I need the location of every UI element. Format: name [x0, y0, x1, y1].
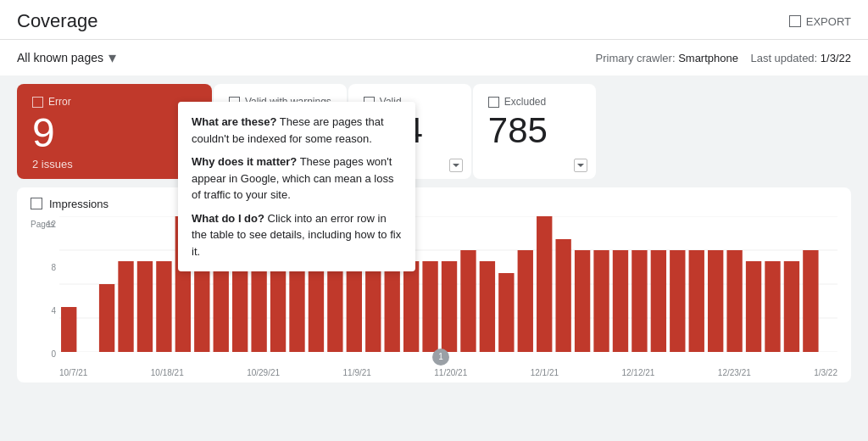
- valid-expand-icon[interactable]: [449, 159, 463, 172]
- pages-label: Pages: [31, 220, 54, 229]
- impressions-checkbox-icon: [31, 198, 42, 209]
- y-label-8: 8: [51, 263, 56, 272]
- primary-crawler-label: Primary crawler:: [596, 52, 676, 64]
- tooltip-p3: What do I do? Click into an error row in…: [192, 210, 402, 260]
- svg-rect-40: [726, 250, 742, 352]
- dropdown-label: All known pages: [17, 51, 103, 64]
- main-container: Coverage EXPORT All known pages ▾ Primar…: [0, 0, 868, 441]
- excluded-checkbox-icon: [488, 97, 499, 108]
- error-card-label: Error: [48, 96, 71, 108]
- svg-rect-33: [593, 250, 609, 352]
- svg-rect-31: [555, 239, 570, 352]
- x-label-2: 10/18/21: [151, 368, 184, 377]
- svg-rect-24: [422, 261, 437, 352]
- svg-rect-8: [118, 261, 133, 352]
- export-button[interactable]: EXPORT: [789, 15, 851, 28]
- cards-area: Error 9 2 issues Valid with warnings 0 N…: [0, 75, 868, 187]
- svg-rect-44: [803, 250, 818, 352]
- svg-rect-9: [137, 261, 153, 352]
- svg-rect-23: [403, 261, 419, 352]
- svg-rect-29: [518, 250, 533, 352]
- svg-rect-41: [746, 261, 761, 352]
- primary-crawler-value: Smartphone: [678, 52, 738, 64]
- tooltip-q2: Why does it matter?: [192, 155, 297, 168]
- tooltip-box: What are these? These are pages that cou…: [178, 102, 415, 271]
- svg-rect-43: [784, 261, 799, 352]
- excluded-value: 785: [488, 111, 581, 150]
- error-card-label-row: Error: [32, 96, 197, 108]
- svg-rect-30: [537, 216, 552, 352]
- y-label-0: 0: [51, 349, 56, 359]
- svg-rect-25: [442, 261, 457, 352]
- bar-chart: [59, 216, 837, 352]
- svg-rect-28: [498, 273, 514, 352]
- svg-rect-32: [575, 250, 590, 352]
- y-axis-labels: 12 8 4 0: [31, 220, 56, 359]
- tooltip-p1: What are these? These are pages that cou…: [192, 114, 402, 147]
- svg-rect-36: [651, 250, 666, 352]
- x-label-4: 11/9/21: [343, 368, 371, 377]
- x-label-1: 10/7/21: [59, 368, 87, 377]
- svg-rect-38: [689, 250, 704, 352]
- x-label-8: 12/23/21: [718, 368, 751, 377]
- toolbar-right: Primary crawler: Smartphone Last updated…: [596, 52, 851, 64]
- svg-rect-10: [156, 261, 171, 352]
- header: Coverage EXPORT: [0, 0, 868, 40]
- svg-rect-39: [708, 250, 723, 352]
- y-label-4: 4: [51, 306, 56, 315]
- svg-rect-37: [670, 250, 685, 352]
- chart-area: Impressions 12 8 4 0 Pages: [17, 187, 851, 382]
- svg-rect-27: [480, 261, 495, 352]
- svg-rect-34: [613, 250, 628, 352]
- page-title: Coverage: [17, 10, 97, 32]
- chevron-down-icon: ▾: [108, 48, 116, 67]
- impressions-label: Impressions: [49, 198, 108, 210]
- svg-rect-7: [99, 284, 114, 352]
- chart-header: Impressions: [31, 198, 837, 210]
- toolbar: All known pages ▾ Primary crawler: Smart…: [0, 40, 868, 75]
- x-label-5: 11/20/21: [434, 368, 467, 377]
- svg-rect-26: [460, 250, 476, 352]
- svg-rect-35: [632, 250, 647, 352]
- pages-dropdown[interactable]: All known pages ▾: [17, 48, 116, 67]
- excluded-label: Excluded: [504, 96, 546, 108]
- tooltip-p2: Why does it matter? These pages won't ap…: [192, 154, 402, 204]
- svg-rect-42: [765, 261, 780, 352]
- error-card-sub: 2 issues: [32, 158, 197, 170]
- export-label: EXPORT: [806, 15, 851, 28]
- tooltip-q1: What are these?: [192, 115, 276, 128]
- x-label-7: 12/12/21: [621, 368, 654, 377]
- tooltip-q3: What do I do?: [192, 212, 264, 225]
- excluded-card[interactable]: Excluded 785: [473, 84, 596, 179]
- excluded-label-row: Excluded: [488, 96, 581, 108]
- svg-rect-5: [61, 307, 76, 352]
- error-card-value: 9: [32, 111, 197, 156]
- excluded-expand-icon[interactable]: [574, 159, 587, 172]
- x-label-6: 12/1/21: [531, 368, 559, 377]
- last-updated-label: Last updated:: [750, 52, 817, 64]
- x-label-9: 1/3/22: [814, 368, 837, 377]
- chart-slider-dot[interactable]: 1: [432, 349, 449, 366]
- export-checkbox-icon: [789, 15, 801, 27]
- x-axis-labels: 10/7/21 10/18/21 10/29/21 11/9/21 11/20/…: [59, 368, 837, 377]
- error-checkbox-icon: [32, 97, 43, 108]
- last-updated-value: 1/3/22: [821, 52, 851, 64]
- x-label-3: 10/29/21: [247, 368, 280, 377]
